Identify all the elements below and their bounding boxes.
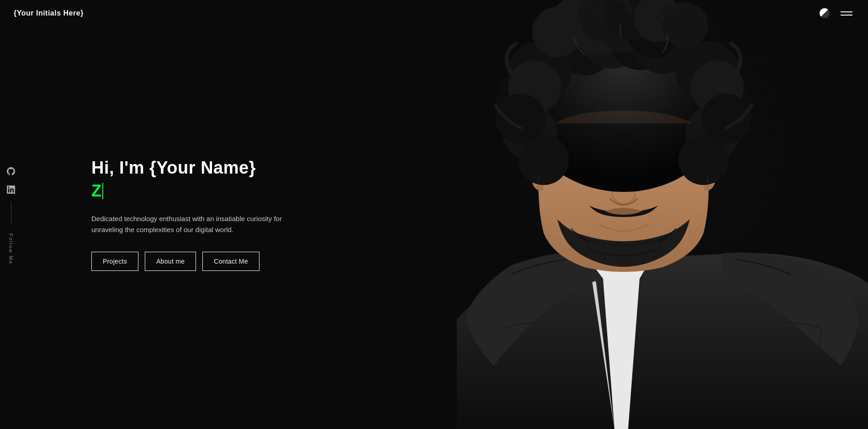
linkedin-link[interactable]: [5, 183, 17, 196]
hamburger-line-2: [841, 15, 852, 16]
header-right: [820, 8, 854, 18]
contact-me-button[interactable]: Contact Me: [202, 252, 259, 271]
github-link[interactable]: [5, 164, 17, 177]
sidebar-social: Follow Me: [0, 155, 22, 273]
hamburger-line-1: [841, 11, 852, 12]
logo: {Your Initials Here}: [14, 9, 84, 17]
anime-character-portrait: [365, 0, 868, 429]
github-icon: [7, 167, 15, 175]
portrait-container: [365, 0, 868, 429]
hero-typed-text: Z: [91, 181, 302, 201]
about-me-button[interactable]: About me: [145, 252, 196, 271]
typed-character: Z: [91, 181, 101, 201]
hero-description: Dedicated technology enthusiast with an …: [91, 213, 302, 235]
follow-me-label: Follow Me: [8, 233, 14, 264]
linkedin-icon: [7, 185, 15, 193]
theme-toggle-button[interactable]: [820, 8, 830, 18]
projects-button[interactable]: Projects: [91, 252, 138, 271]
main-content: Hi, I'm {Your Name} Z Dedicated technolo…: [0, 0, 868, 429]
typing-cursor: [102, 183, 103, 199]
hero-buttons: Projects About me Contact Me: [91, 252, 302, 271]
hero-section: Hi, I'm {Your Name} Z Dedicated technolo…: [91, 158, 302, 271]
hero-greeting: Hi, I'm {Your Name}: [91, 158, 302, 178]
svg-point-29: [496, 94, 546, 144]
header: {Your Initials Here}: [0, 0, 868, 26]
social-divider: [11, 201, 11, 224]
hamburger-menu-button[interactable]: [839, 10, 854, 17]
svg-point-35: [701, 94, 752, 144]
